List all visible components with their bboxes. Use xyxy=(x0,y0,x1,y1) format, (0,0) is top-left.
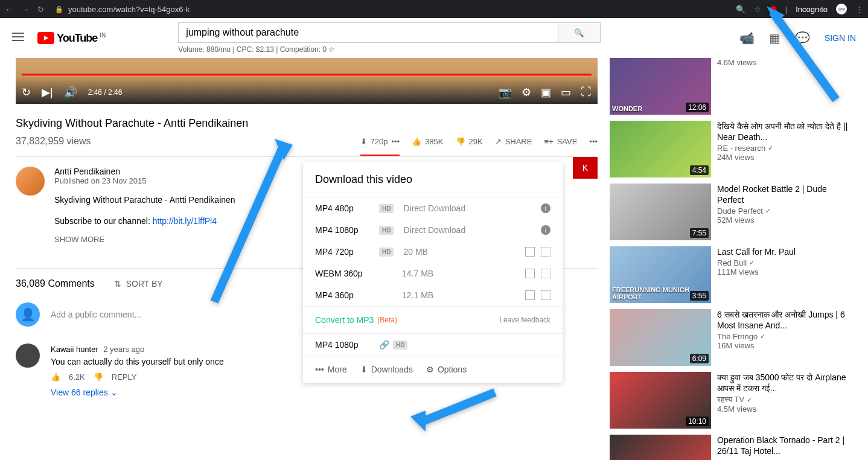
settings-icon[interactable]: ⚙ xyxy=(522,86,531,99)
apps-icon[interactable]: ▦ xyxy=(769,31,780,45)
star-icon[interactable]: ☆ xyxy=(754,5,761,14)
youtube-logo[interactable]: YouTube IN xyxy=(37,32,106,45)
duration-badge: 3:55 xyxy=(690,291,709,301)
qr-icon[interactable] xyxy=(541,247,550,257)
create-icon[interactable]: 📹 xyxy=(739,31,755,45)
chevron-down-icon: ⌄ xyxy=(110,388,118,397)
download-action[interactable]: ⬇ 720p ••• xyxy=(360,137,400,156)
copy-icon[interactable] xyxy=(525,269,535,278)
reload-icon[interactable]: ↻ xyxy=(37,5,44,14)
reply-button[interactable]: REPLY xyxy=(112,372,137,382)
lock-icon: 🔒 xyxy=(55,5,63,13)
download-row[interactable]: MP4 720p HD 20 MB xyxy=(303,241,563,263)
menu-icon[interactable]: ⋮ xyxy=(855,5,863,14)
more-dots-icon: ••• xyxy=(391,137,400,146)
save-icon: ≡+ xyxy=(544,137,553,146)
progress-bar[interactable] xyxy=(22,74,592,75)
download-row[interactable]: MP4 1080p HD Direct Download i xyxy=(303,219,563,241)
download-label: 20 MB xyxy=(403,247,525,257)
suggestion-item[interactable]: 4:54 देखिये कैसे लोग अपनी मौत को न्योता … xyxy=(610,121,852,177)
incognito-label: Incognito xyxy=(796,5,828,14)
convert-mp3-button[interactable]: Convert to MP3 xyxy=(315,315,374,325)
comments-count: 36,089 Comments xyxy=(16,278,95,289)
user-avatar[interactable] xyxy=(16,302,40,327)
more-button[interactable]: ••• More xyxy=(315,365,347,374)
options-button[interactable]: ⚙ Options xyxy=(426,365,467,374)
download-row[interactable]: WEBM 360p 14.7 MB xyxy=(303,263,563,284)
youtube-play-icon xyxy=(37,32,54,44)
suggestion-channel: The Frringo ✓ xyxy=(717,332,852,341)
camera-icon[interactable]: 📷 xyxy=(499,86,512,99)
next-icon[interactable]: ▶| xyxy=(42,86,53,99)
extension-icon[interactable]: ⬢ xyxy=(770,4,777,14)
messages-icon[interactable]: 💬 xyxy=(795,31,810,45)
download-format: MP4 480p xyxy=(315,203,375,213)
info-icon[interactable]: i xyxy=(541,225,550,235)
back-icon[interactable]: ← xyxy=(5,5,13,14)
comment-avatar[interactable] xyxy=(16,343,40,368)
download-row[interactable]: MP4 480p HD Direct Download i xyxy=(303,197,563,219)
video-player[interactable]: ↻ ▶| 🔊 2:46 / 2:46 📷 ⚙ ▣ ▭ ⛶ xyxy=(16,58,598,104)
suggestion-item[interactable]: 7:55 Model Rocket Battle 2 | Dude Perfec… xyxy=(610,184,852,240)
time-elapsed: 2:46 / 2:46 xyxy=(88,88,123,97)
suggestion-item[interactable]: 10:10 क्या हुवा जब 35000 फोट पर दो Airpl… xyxy=(610,372,852,429)
dislike-button[interactable]: 👎 29K xyxy=(456,137,483,146)
theater-icon[interactable]: ▭ xyxy=(561,86,571,99)
channel-avatar[interactable] xyxy=(16,167,45,196)
comment-input[interactable]: Add a public comment... xyxy=(51,310,141,319)
download-icon: ⬇ xyxy=(360,137,367,146)
suggestion-channel: Dude Perfect ✓ xyxy=(717,206,852,216)
more-actions-icon[interactable]: ••• xyxy=(589,137,598,146)
signin-button[interactable]: SIGN IN xyxy=(825,33,856,43)
sort-button[interactable]: ⇅ SORT BY xyxy=(114,279,163,289)
suggestion-views: 52M views xyxy=(717,216,852,225)
downloads-button[interactable]: ⬇ Downloads xyxy=(360,365,413,374)
description-link[interactable]: http://bit.ly/1lffPl4 xyxy=(153,216,217,226)
incognito-icon[interactable]: 👓 xyxy=(836,4,847,14)
info-icon[interactable]: i xyxy=(541,203,550,213)
volume-icon[interactable]: 🔊 xyxy=(64,86,77,99)
thumbs-down-icon[interactable]: 👎 xyxy=(94,372,103,382)
subscribe-button[interactable]: K xyxy=(573,157,598,179)
thumbs-up-icon[interactable]: 👍 xyxy=(51,372,60,382)
suggestion-views: 4.5M views xyxy=(717,404,852,414)
url-text[interactable]: youtube.com/watch?v=lq-54gox6-k xyxy=(68,5,190,14)
download-icon: ⬇ xyxy=(360,365,368,374)
browser-chrome: ← → ↻ 🔒 youtube.com/watch?v=lq-54gox6-k … xyxy=(0,0,868,18)
comment-author[interactable]: Kawaii hunter xyxy=(51,345,98,354)
download-label: Direct Download xyxy=(403,225,541,235)
youtube-header: YouTube IN 🔍 Volume: 880/mo | CPC: $2.13… xyxy=(0,18,868,58)
zoom-icon[interactable]: 🔍 xyxy=(736,5,745,14)
fullscreen-icon[interactable]: ⛶ xyxy=(581,86,592,99)
search-icon: 🔍 xyxy=(574,28,584,37)
forward-icon[interactable]: → xyxy=(21,5,29,14)
share-icon: ↗ xyxy=(495,137,502,146)
thumbs-down-icon: 👎 xyxy=(456,137,465,146)
view-replies-button[interactable]: View 66 replies ⌄ xyxy=(51,388,224,397)
like-button[interactable]: 👍 385K xyxy=(412,137,443,146)
search-button[interactable]: 🔍 xyxy=(558,22,601,43)
suggestion-item[interactable]: Operation Black Tornado - Part 2 | 26/11… xyxy=(610,435,852,460)
download-format: WEBM 360p xyxy=(315,269,375,278)
hamburger-icon[interactable] xyxy=(12,30,24,46)
suggestion-channel: RE - research ✓ xyxy=(717,144,852,153)
suggestion-item[interactable]: 6:09 6 सबसे खतरनाक और अनोखी Jumps | 6 Mo… xyxy=(610,309,852,366)
suggestion-thumbnail: 6:09 xyxy=(610,309,711,366)
hd-badge: HD xyxy=(379,248,394,257)
share-button[interactable]: ↗ SHARE xyxy=(495,137,532,146)
suggestion-views: 24M views xyxy=(717,153,852,162)
search-input[interactable] xyxy=(178,22,558,43)
suggestion-item[interactable]: WONDER 12:06 4.6M views xyxy=(610,58,852,115)
copy-icon[interactable] xyxy=(525,290,535,300)
qr-icon[interactable] xyxy=(541,269,550,278)
qr-icon[interactable] xyxy=(541,290,550,300)
duration-badge: 12:06 xyxy=(686,103,709,112)
download-format[interactable]: MP4 1080p xyxy=(315,340,375,350)
miniplayer-icon[interactable]: ▣ xyxy=(541,86,551,99)
replay-icon[interactable]: ↻ xyxy=(22,86,31,99)
download-row[interactable]: MP4 360p 12.1 MB xyxy=(303,284,563,306)
copy-icon[interactable] xyxy=(525,247,535,257)
suggestion-item[interactable]: FREERUNNING MUNICH AIRPORT 3:55 Last Cal… xyxy=(610,246,852,303)
save-button[interactable]: ≡+ SAVE xyxy=(544,137,577,146)
feedback-link[interactable]: Leave feedback xyxy=(499,316,550,324)
